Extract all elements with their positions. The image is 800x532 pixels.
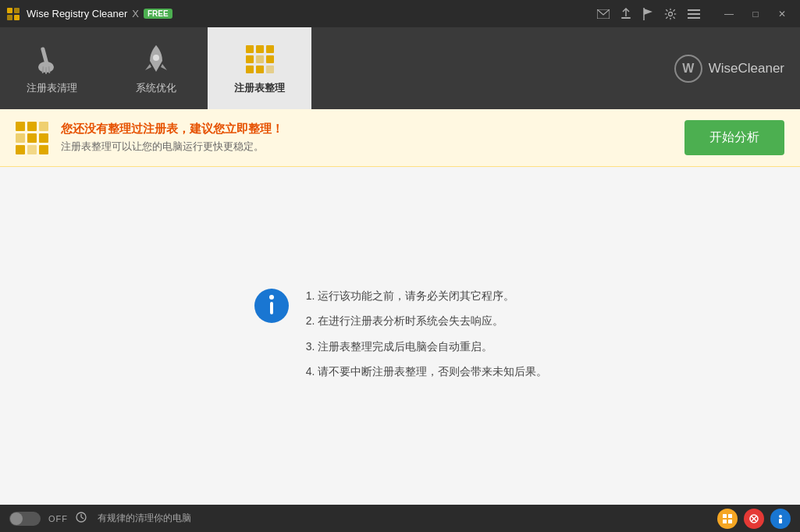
tab-registry-clean-label: 注册表清理 bbox=[27, 81, 77, 95]
svg-rect-22 bbox=[256, 55, 264, 63]
statusbar: OFF 有规律的清理你的电脑 bbox=[0, 505, 800, 532]
start-analysis-button[interactable]: 开始分析 bbox=[684, 120, 784, 155]
svg-rect-50 bbox=[779, 519, 782, 523]
alert-left: 您还没有整理过注册表，建议您立即整理！ 注册表整理可以让您的电脑运行更快更稳定。 bbox=[16, 122, 283, 154]
info-line-3: 3. 注册表整理完成后电脑会自动重启。 bbox=[306, 338, 548, 355]
svg-point-17 bbox=[153, 55, 159, 61]
toggle-off-label: OFF bbox=[48, 514, 68, 523]
auto-clean-toggle[interactable] bbox=[9, 512, 41, 526]
svg-rect-24 bbox=[246, 66, 254, 73]
svg-line-41 bbox=[81, 517, 84, 519]
status-right bbox=[717, 509, 791, 529]
svg-rect-33 bbox=[16, 145, 25, 154]
settings-icon[interactable] bbox=[664, 8, 677, 20]
close-button[interactable]: ✕ bbox=[770, 0, 794, 27]
svg-rect-43 bbox=[728, 514, 732, 518]
window-controls: — □ ✕ bbox=[717, 0, 794, 27]
svg-rect-44 bbox=[723, 520, 727, 523]
main-content: 您还没有整理过注册表，建议您立即整理！ 注册表整理可以让您的电脑运行更快更稳定。… bbox=[0, 109, 800, 505]
info-line-4: 4. 请不要中断注册表整理，否则会带来未知后果。 bbox=[306, 363, 548, 380]
statusbar-red-button[interactable] bbox=[744, 509, 764, 529]
svg-rect-28 bbox=[27, 122, 37, 131]
svg-rect-1 bbox=[14, 8, 20, 13]
tab-registry-defrag[interactable]: 注册表整理 bbox=[208, 27, 311, 109]
svg-rect-18 bbox=[246, 45, 254, 53]
info-line-2: 2. 在进行注册表分析时系统会失去响应。 bbox=[306, 312, 548, 329]
svg-rect-42 bbox=[723, 514, 727, 518]
brand-circle-icon: W bbox=[674, 55, 702, 83]
info-line-1: 1. 运行该功能之前，请务必关闭其它程序。 bbox=[306, 287, 548, 304]
svg-rect-20 bbox=[266, 45, 274, 53]
toggle-knob bbox=[10, 512, 23, 525]
alert-icon bbox=[16, 122, 48, 154]
brand-name-text: WiseCleaner bbox=[709, 61, 784, 76]
svg-rect-5 bbox=[621, 17, 631, 19]
app-title-suffix: X bbox=[132, 8, 139, 20]
alert-title: 您还没有整理过注册表，建议您立即整理！ bbox=[61, 122, 283, 137]
broom-tab-icon bbox=[35, 42, 69, 76]
svg-rect-31 bbox=[27, 133, 37, 143]
svg-rect-27 bbox=[16, 122, 25, 131]
rocket-tab-icon bbox=[139, 42, 173, 76]
defrag-tab-icon bbox=[243, 42, 277, 76]
tab-system-optimize[interactable]: 系统优化 bbox=[104, 27, 208, 109]
free-badge: FREE bbox=[144, 9, 172, 19]
menu-icon[interactable] bbox=[688, 9, 700, 19]
svg-point-49 bbox=[779, 515, 782, 518]
app-title: Wise Registry Cleaner X FREE bbox=[27, 8, 172, 20]
titlebar-right: — □ ✕ bbox=[597, 0, 794, 27]
svg-rect-26 bbox=[266, 66, 274, 73]
app-logo-icon bbox=[6, 7, 20, 21]
maximize-button[interactable]: □ bbox=[744, 0, 767, 27]
clock-icon bbox=[76, 512, 87, 525]
app-title-text: Wise Registry Cleaner bbox=[27, 8, 127, 20]
svg-point-8 bbox=[669, 12, 673, 16]
svg-rect-45 bbox=[728, 520, 732, 523]
tab-system-optimize-label: 系统优化 bbox=[136, 81, 176, 95]
brand-letter: W bbox=[682, 62, 694, 76]
svg-rect-30 bbox=[16, 133, 25, 143]
email-icon[interactable] bbox=[597, 9, 610, 19]
svg-rect-15 bbox=[45, 67, 47, 74]
alert-banner: 您还没有整理过注册表，建议您立即整理！ 注册表整理可以让您的电脑运行更快更稳定。… bbox=[0, 109, 800, 167]
svg-rect-23 bbox=[266, 55, 274, 63]
status-left: OFF 有规律的清理你的电脑 bbox=[9, 512, 191, 526]
svg-marker-7 bbox=[644, 9, 652, 15]
flag-icon[interactable] bbox=[642, 8, 653, 20]
svg-rect-2 bbox=[7, 15, 12, 20]
minimize-button[interactable]: — bbox=[717, 0, 741, 27]
info-area: 1. 运行该功能之前，请务必关闭其它程序。 2. 在进行注册表分析时系统会失去响… bbox=[0, 167, 800, 500]
info-circle-icon bbox=[253, 287, 290, 325]
titlebar-left: Wise Registry Cleaner X FREE bbox=[6, 7, 172, 21]
brand-logo: W WiseCleaner bbox=[674, 55, 784, 83]
alert-subtitle: 注册表整理可以让您的电脑运行更快更稳定。 bbox=[61, 140, 283, 154]
svg-rect-34 bbox=[27, 145, 37, 154]
svg-rect-25 bbox=[256, 66, 264, 73]
info-lines: 1. 运行该功能之前，请务必关闭其它程序。 2. 在进行注册表分析时系统会失去响… bbox=[306, 287, 548, 381]
svg-rect-3 bbox=[14, 15, 20, 20]
alert-texts: 您还没有整理过注册表，建议您立即整理！ 注册表整理可以让您的电脑运行更快更稳定。 bbox=[61, 122, 283, 154]
svg-rect-0 bbox=[7, 8, 12, 13]
tab-registry-defrag-label: 注册表整理 bbox=[234, 81, 285, 95]
svg-rect-21 bbox=[246, 55, 254, 63]
statusbar-blue-button[interactable] bbox=[770, 509, 791, 529]
svg-rect-35 bbox=[39, 145, 48, 154]
tab-registry-clean[interactable]: 注册表清理 bbox=[0, 27, 104, 109]
svg-rect-29 bbox=[39, 122, 48, 131]
navbar: 注册表清理 系统优化 注册表整理 W WiseC bbox=[0, 27, 800, 109]
upload-icon[interactable] bbox=[620, 8, 631, 20]
titlebar: Wise Registry Cleaner X FREE bbox=[0, 0, 800, 27]
svg-rect-19 bbox=[256, 45, 264, 53]
status-text: 有规律的清理你的电脑 bbox=[98, 512, 191, 525]
statusbar-yellow-button[interactable] bbox=[717, 509, 738, 529]
info-block: 1. 运行该功能之前，请务必关闭其它程序。 2. 在进行注册表分析时系统会失去响… bbox=[253, 287, 548, 381]
svg-rect-32 bbox=[39, 133, 48, 143]
svg-point-38 bbox=[269, 295, 274, 300]
svg-rect-37 bbox=[270, 302, 273, 314]
